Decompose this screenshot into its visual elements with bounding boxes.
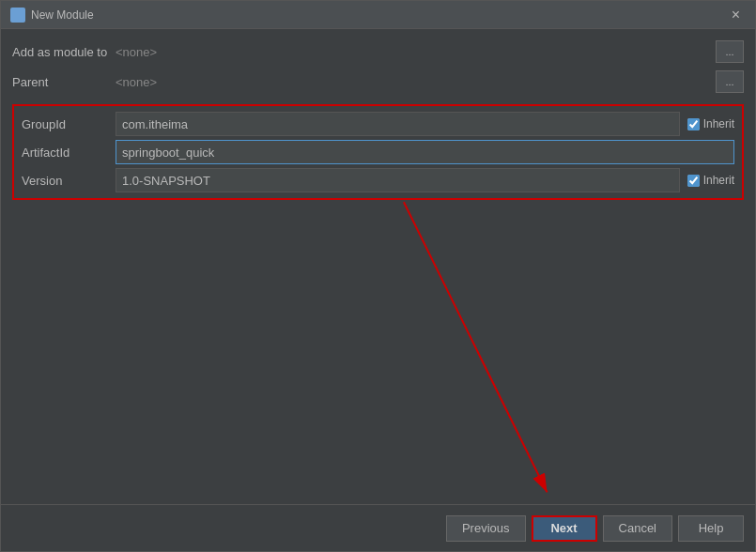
groupid-label: GroupId xyxy=(22,117,116,131)
new-module-dialog: New Module × Add as module to <none> ...… xyxy=(0,0,756,552)
parent-label: Parent xyxy=(12,75,116,89)
groupid-input[interactable] xyxy=(116,112,680,136)
close-button[interactable]: × xyxy=(726,6,746,24)
cancel-button[interactable]: Cancel xyxy=(603,515,672,542)
dialog-icon xyxy=(10,8,25,23)
version-inherit-label[interactable]: Inherit xyxy=(687,174,734,187)
dialog-content: Add as module to <none> ... Parent <none… xyxy=(1,29,755,504)
parent-browse-button[interactable]: ... xyxy=(716,70,744,93)
title-bar: New Module × xyxy=(1,1,755,29)
groupid-inherit-checkbox[interactable] xyxy=(687,118,700,130)
add-module-label: Add as module to xyxy=(12,45,116,59)
maven-fields-section: GroupId Inherit ArtifactId Version Inher… xyxy=(12,104,744,200)
artifactid-input[interactable] xyxy=(116,140,734,164)
parent-value: <none> xyxy=(116,75,710,89)
version-label: Version xyxy=(22,174,116,188)
groupid-inherit-label[interactable]: Inherit xyxy=(687,117,734,130)
add-module-row: Add as module to <none> ... xyxy=(12,40,744,63)
groupid-inherit-text: Inherit xyxy=(703,117,734,130)
parent-row: Parent <none> ... xyxy=(12,70,744,93)
dialog-footer: Previous Next Cancel Help xyxy=(1,504,755,551)
add-module-value: <none> xyxy=(116,45,710,59)
previous-button[interactable]: Previous xyxy=(446,515,526,542)
add-module-browse-button[interactable]: ... xyxy=(716,40,744,63)
groupid-row: GroupId Inherit xyxy=(22,112,734,136)
version-input[interactable] xyxy=(116,168,680,192)
dialog-title: New Module xyxy=(31,8,726,22)
version-inherit-text: Inherit xyxy=(703,174,734,187)
version-row: Version Inherit xyxy=(22,168,734,192)
help-button[interactable]: Help xyxy=(678,515,744,542)
artifactid-label: ArtifactId xyxy=(22,146,116,160)
version-inherit-checkbox[interactable] xyxy=(687,175,700,187)
next-button[interactable]: Next xyxy=(532,515,597,542)
artifactid-row: ArtifactId xyxy=(22,140,734,164)
